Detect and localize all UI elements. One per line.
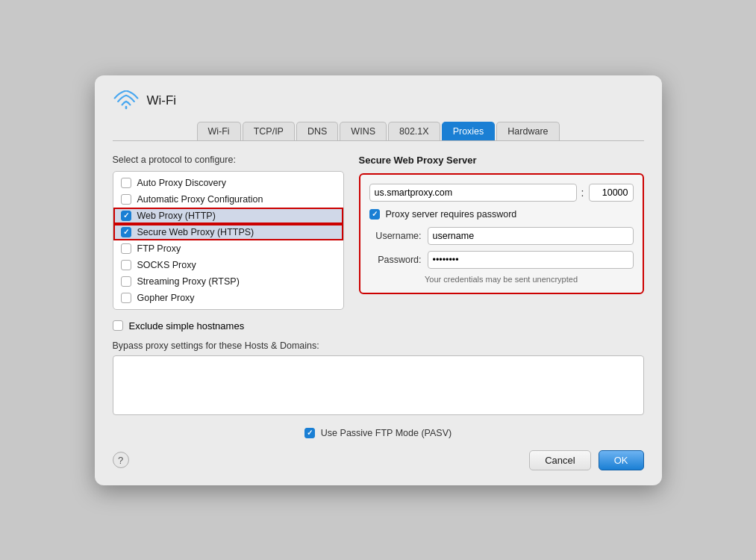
tab-wins[interactable]: WINS [340,122,387,140]
passive-ftp-label: Use Passive FTP Mode (PASV) [321,428,452,438]
username-row: Username: [369,227,634,245]
protocol-socks-label: SOCKS Proxy [137,260,196,270]
protocol-auto-discovery[interactable]: Auto Proxy Discovery [113,175,343,191]
protocol-auto-discovery-label: Auto Proxy Discovery [137,178,226,188]
proxy-server-title: Secure Web Proxy Server [359,155,644,166]
protocol-gopher[interactable]: Gopher Proxy [113,290,343,306]
action-buttons: Cancel OK [529,450,643,470]
protocol-ftp-label: FTP Proxy [137,243,181,254]
protocol-auto-config-label: Automatic Proxy Configuration [137,194,263,205]
server-input[interactable] [369,184,577,202]
checkbox-exclude-hostnames[interactable] [113,320,123,331]
ok-button[interactable]: OK [599,450,644,470]
password-row: Password: [369,251,634,269]
protocol-auto-config[interactable]: Automatic Proxy Configuration [113,191,343,208]
password-label: Password: [369,255,422,265]
protocol-list-title: Select a protocol to configure: [113,155,344,165]
exclude-row: Exclude simple hostnames [113,320,644,332]
right-panel: Secure Web Proxy Server : Proxy server r… [359,155,644,310]
requires-password-label: Proxy server requires password [386,209,517,220]
bypass-title: Bypass proxy settings for these Hosts & … [113,340,644,351]
tab-dns[interactable]: DNS [296,122,338,140]
server-row: : [369,184,634,202]
protocol-gopher-label: Gopher Proxy [137,293,195,303]
protocol-ftp[interactable]: FTP Proxy [113,240,343,257]
checkbox-ftp[interactable] [121,243,131,254]
username-label: Username: [369,231,422,241]
tab-tcpip[interactable]: TCP/IP [243,122,295,140]
checkbox-secure-web-https[interactable] [121,227,131,237]
checkbox-streaming[interactable] [121,276,131,287]
bottom-row: ? Cancel OK [113,450,644,470]
protocol-web-http[interactable]: Web Proxy (HTTP) [113,208,343,224]
protocol-secure-web-https[interactable]: Secure Web Proxy (HTTPS) [113,224,343,240]
protocol-secure-web-https-label: Secure Web Proxy (HTTPS) [137,227,254,237]
cancel-button[interactable]: Cancel [529,450,590,470]
dialog-title: Wi-Fi [147,93,177,108]
protocol-streaming-label: Streaming Proxy (RTSP) [137,276,240,287]
protocol-socks[interactable]: SOCKS Proxy [113,257,343,273]
network-dialog: Wi-Fi Wi-Fi TCP/IP DNS WINS 802.1X Proxi… [95,75,662,485]
credentials-warning: Your credentials may be sent unencrypted [369,275,634,284]
username-input[interactable] [428,227,634,245]
bypass-section: Bypass proxy settings for these Hosts & … [113,340,644,428]
checkbox-gopher[interactable] [121,293,131,303]
checkbox-socks[interactable] [121,260,131,270]
checkbox-requires-password[interactable] [369,209,380,220]
wifi-icon [113,90,140,111]
checkbox-passive-ftp[interactable] [304,428,315,438]
tab-proxies[interactable]: Proxies [442,122,496,140]
passive-ftp-row: Use Passive FTP Mode (PASV) [113,428,644,438]
colon-separator: : [581,187,584,199]
port-input[interactable] [589,184,634,202]
tab-wifi[interactable]: Wi-Fi [197,122,241,140]
protocol-streaming[interactable]: Streaming Proxy (RTSP) [113,273,343,290]
help-button[interactable]: ? [113,452,129,468]
protocol-list: Auto Proxy Discovery Automatic Proxy Con… [113,171,344,310]
tab-8021x[interactable]: 802.1X [388,122,440,140]
exclude-label: Exclude simple hostnames [129,320,245,332]
protocol-web-http-label: Web Proxy (HTTP) [137,211,216,221]
left-panel: Select a protocol to configure: Auto Pro… [113,155,344,310]
proxy-form: : Proxy server requires password Usernam… [359,173,644,294]
tab-hardware[interactable]: Hardware [496,122,559,140]
requires-password-row: Proxy server requires password [369,209,634,220]
password-input[interactable] [428,251,634,269]
dialog-header: Wi-Fi [113,90,644,111]
checkbox-auto-config[interactable] [121,194,131,205]
bypass-textarea[interactable] [113,355,644,415]
tabs-row: Wi-Fi TCP/IP DNS WINS 802.1X Proxies Har… [113,122,644,141]
content-area: Select a protocol to configure: Auto Pro… [113,155,644,310]
checkbox-web-http[interactable] [121,211,131,221]
checkbox-auto-discovery[interactable] [121,178,131,188]
